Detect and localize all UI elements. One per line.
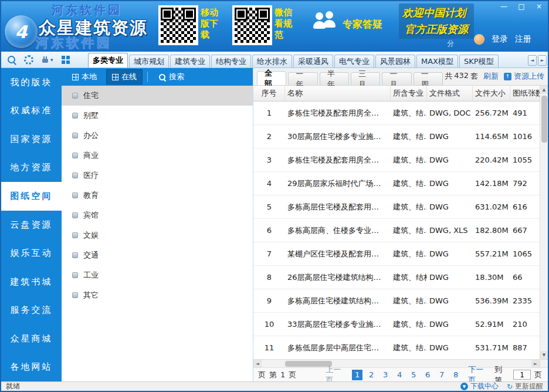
filter-tab-all[interactable]: 全部 bbox=[257, 71, 286, 85]
scroll-up-button[interactable]: ▲ bbox=[540, 86, 548, 94]
category-item-residential[interactable]: 住宅 bbox=[62, 86, 253, 106]
scroll-left-button[interactable]: ◄ bbox=[253, 360, 262, 367]
page-number-1[interactable]: 1 bbox=[352, 370, 362, 380]
sidebar-item-drawing-space[interactable]: 图纸空间 bbox=[1, 182, 62, 211]
cell-count: 887 bbox=[510, 343, 540, 352]
tab-multi-discipline[interactable]: 多类专业 bbox=[88, 53, 128, 67]
filter-tab-one-month[interactable]: 一月 bbox=[382, 72, 411, 85]
search-icon[interactable] bbox=[7, 55, 16, 65]
sidebar-item-cloud-resources[interactable]: 云盘资源 bbox=[1, 211, 62, 239]
table-row[interactable]: 6 多栋高层商、住楼多专业… 建筑、结… DWG, XLS 182.80M 66… bbox=[253, 219, 540, 242]
cell-seq: 6 bbox=[253, 226, 285, 235]
local-button[interactable]: 本地 bbox=[66, 69, 103, 85]
category-item-medical[interactable]: 医疗 bbox=[62, 165, 253, 185]
page-suffix: 页 bbox=[289, 370, 296, 380]
upload-resource-button[interactable]: ↑ 资源上传 bbox=[504, 71, 544, 82]
table-row[interactable]: 1 多栋住宅楼及配套用房全… 建筑、结… DWG, DOC 256.72M 49… bbox=[253, 102, 540, 125]
login-link[interactable]: 登录 bbox=[492, 34, 508, 45]
sidebar-item-service-exchange[interactable]: 服务交流 bbox=[1, 296, 62, 325]
sidebar-item-national-resources[interactable]: 国家资源 bbox=[1, 125, 62, 154]
page-number-2[interactable]: 2 bbox=[366, 370, 377, 380]
expert-qa-link[interactable]: 专家答疑 bbox=[343, 18, 382, 31]
sidebar-item-standards[interactable]: 权威标准 bbox=[1, 97, 62, 126]
vertical-scroll-thumb[interactable] bbox=[541, 96, 547, 143]
category-label: 办公 bbox=[83, 130, 99, 141]
tab-scroll-left-button[interactable]: ◄ bbox=[528, 55, 537, 66]
tab-skp-model[interactable]: SKP模型 bbox=[459, 55, 499, 67]
cell-seq: 9 bbox=[253, 296, 285, 305]
filter-tab-three-months[interactable]: 三月 bbox=[351, 72, 380, 85]
page-ordinal-label: 第 bbox=[269, 370, 277, 380]
category-item-education[interactable]: 教育 bbox=[62, 185, 253, 205]
sidebar: 我的版块 权威标准 国家资源 地方资源 图纸空间 云盘资源 娱乐互动 建筑书城 … bbox=[1, 68, 62, 381]
vertical-scrollbar[interactable]: ▲ ▼ bbox=[540, 86, 548, 359]
table-row[interactable]: 7 某棚户区住宅楼及配套用… 建筑、结… DWG 557.21M 1065 bbox=[253, 242, 540, 266]
table-row[interactable]: 3 多栋住宅楼及配套用房全… 建筑、结… DWG 220.42M 1055 bbox=[253, 148, 540, 172]
page-number-8[interactable]: 8 bbox=[450, 370, 461, 380]
tab-hvac[interactable]: 采暖通风 bbox=[293, 55, 333, 67]
sidebar-item-local-sites[interactable]: 各地网站 bbox=[1, 353, 62, 381]
sidebar-item-local-resources[interactable]: 地方资源 bbox=[1, 154, 62, 183]
horizontal-scroll-thumb[interactable] bbox=[285, 361, 332, 367]
scroll-down-button[interactable]: ▼ bbox=[540, 351, 548, 359]
close-button[interactable]: × bbox=[535, 2, 543, 11]
header: — □ × 河东软件园 4 众星建筑资源 河东软件园 移动版下载 微信看规范 专… bbox=[1, 1, 548, 52]
online-button[interactable]: 在线 bbox=[106, 69, 143, 85]
table-row[interactable]: 2 30层高层住宅楼多专业施… 建筑、结… DWG 114.65M 1016 bbox=[253, 125, 540, 148]
category-item-industrial[interactable]: 工业 bbox=[62, 265, 253, 285]
sidebar-item-book-city[interactable]: 建筑书城 bbox=[1, 268, 62, 296]
search-button[interactable]: 搜索 bbox=[152, 69, 190, 85]
download-center-button[interactable]: ▼ 下载中心 bbox=[460, 381, 499, 391]
refresh-button[interactable]: 刷新 bbox=[483, 71, 499, 82]
table-row[interactable]: 5 多栋高层住宅楼及配套用… 建筑、结… DWG 631.02M 616 bbox=[253, 195, 540, 219]
page-number-4[interactable]: 4 bbox=[394, 370, 405, 380]
filter-tab-half-year[interactable]: 半年 bbox=[320, 72, 349, 85]
page-number-7[interactable]: 7 bbox=[436, 370, 447, 380]
table-row[interactable]: 10 33层高层住宅楼多专业施… 建筑、结… DWG 52.91M 210 bbox=[253, 313, 540, 336]
statusbar-right: ▼ 下载中心 ↻ 更新提醒 bbox=[460, 381, 543, 391]
maximize-button[interactable]: □ bbox=[517, 2, 526, 11]
tab-water-supply[interactable]: 给水排水 bbox=[252, 55, 292, 67]
current-page-number: 1 bbox=[280, 370, 285, 379]
category-item-commercial[interactable]: 商业 bbox=[62, 146, 253, 165]
category-item-hotel[interactable]: 宾馆 bbox=[62, 205, 253, 225]
sidebar-item-my-section[interactable]: 我的版块 bbox=[1, 68, 62, 97]
minimize-button[interactable]: — bbox=[500, 2, 508, 11]
table-row[interactable]: 9 多栋高层住宅楼建筑结构… 建筑、结… DWG 536.39M 2335 bbox=[253, 289, 540, 313]
online-label: 在线 bbox=[121, 72, 137, 82]
category-item-transport[interactable]: 交通 bbox=[62, 245, 253, 265]
tab-architecture[interactable]: 建筑专业 bbox=[170, 55, 210, 67]
tab-scroll-right-button[interactable]: ► bbox=[538, 55, 547, 66]
tab-max-model[interactable]: MAX模型 bbox=[416, 55, 458, 67]
cell-majors: 建筑、结… bbox=[391, 225, 427, 236]
tab-landscape[interactable]: 风景园林 bbox=[375, 55, 415, 67]
category-item-culture[interactable]: 文娱 bbox=[62, 225, 253, 245]
category-item-other[interactable]: 其它 bbox=[62, 285, 253, 305]
page-number-6[interactable]: 6 bbox=[422, 370, 433, 380]
page-number-3[interactable]: 3 bbox=[380, 370, 391, 380]
plugin-menu[interactable]: ▾ bbox=[41, 55, 53, 65]
tab-urban-planning[interactable]: 城市规划 bbox=[129, 55, 169, 67]
apps-grid-icon[interactable] bbox=[61, 55, 70, 65]
header-count: 图纸张数 bbox=[510, 86, 540, 101]
filter-tab-one-week[interactable]: 一周 bbox=[414, 72, 443, 85]
cell-count: 1055 bbox=[510, 156, 540, 164]
tab-electrical[interactable]: 电气专业 bbox=[334, 55, 374, 67]
category-label: 医疗 bbox=[83, 170, 99, 181]
settings-gear-icon[interactable] bbox=[24, 55, 33, 65]
bullet-icon bbox=[72, 292, 78, 298]
table-row[interactable]: 8 26层高层住宅楼建筑结构… 建筑、结构 DWG 18.30M 66 bbox=[253, 266, 540, 289]
category-item-villa[interactable]: 别墅 bbox=[62, 106, 253, 126]
table-row[interactable]: 4 29层高层家乐福时代广场… 建筑、结… DWG 142.18M 792 bbox=[253, 172, 540, 195]
goto-page-input[interactable] bbox=[513, 370, 531, 380]
tab-structure[interactable]: 结构专业 bbox=[211, 55, 251, 67]
watermark-text-bottom: 河东软件园 bbox=[35, 34, 111, 52]
filter-tab-one-year[interactable]: 一年 bbox=[288, 72, 317, 85]
update-reminder-button[interactable]: ↻ 更新提醒 bbox=[507, 381, 543, 391]
sidebar-item-mall[interactable]: 众星商城 bbox=[1, 325, 62, 353]
sidebar-item-entertainment[interactable]: 娱乐互动 bbox=[1, 239, 62, 268]
register-link[interactable]: 注册 bbox=[515, 34, 531, 45]
category-item-office[interactable]: 办公 bbox=[62, 126, 253, 146]
table-row[interactable]: 11 多栋低层多层中高层住宅… 建筑、结… DWG 531.71M 887 bbox=[253, 336, 540, 359]
page-number-5[interactable]: 5 bbox=[408, 370, 419, 380]
